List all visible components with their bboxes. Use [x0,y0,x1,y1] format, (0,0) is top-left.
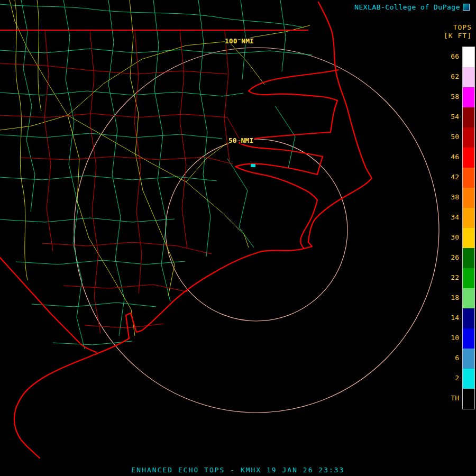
legend-swatch [463,67,474,87]
sound-shore-1 [331,100,337,132]
legend-label: 46 [446,147,459,167]
legend-label: 66 [446,47,459,67]
range-rings [74,48,439,413]
pamlico-river [239,132,331,157]
echo-tops-legend: TOPS [K FT] 6662585450464238343026221814… [444,23,475,409]
legend-swatch [463,349,474,369]
legend-label: 14 [446,308,459,328]
legend-label: 58 [446,87,459,107]
legend-label: 10 [446,328,459,348]
product-caption: ENHANCED ECHO TOPS - KMHX 19 JAN 26 23:3… [0,466,476,474]
legend-label: 26 [446,248,459,268]
legend-swatch [463,47,474,67]
legend-swatch [463,288,474,308]
legend-swatch [463,208,474,228]
legend-swatch [463,87,474,107]
coastline [0,2,372,458]
radar-viewer: NEXLAB-College of DuPage [0,0,476,476]
legend-label: 62 [446,67,459,87]
brand: NEXLAB-College of DuPage [354,3,470,11]
legend-colorbar [462,47,475,409]
legend-body: 66625854504642383430262218141062TH [444,47,475,409]
legend-title-units: [K FT] [444,32,475,40]
legend-swatch [463,148,474,168]
legend-swatch [463,308,474,328]
legend-label: 50 [446,127,459,147]
legend-swatch [463,369,474,389]
legend-label: 30 [446,227,459,248]
legend-label: 6 [446,348,459,368]
legend-label: 54 [446,107,459,127]
neuse-river [235,164,317,200]
brand-text: NEXLAB-College of DuPage [354,3,460,11]
legend-label: 18 [446,288,459,308]
range-ring-50nmi [166,139,347,321]
legend-label: 38 [446,187,459,207]
radar-map: 100 NMI 50 NMI [0,0,476,459]
cod-logo-icon [463,4,470,11]
boundary-lines [0,30,239,333]
echo-return [251,164,255,167]
outer-banks-coast [14,2,372,458]
legend-title-tops: TOPS [444,23,475,32]
legend-swatch [463,248,474,268]
legend-label: TH [446,388,459,408]
legend-swatch [463,107,474,127]
legend-swatch [463,228,474,248]
legend-label: 42 [446,167,459,187]
legend-label: 22 [446,268,459,288]
legend-label: 2 [446,368,459,388]
legend-labels: 66625854504642383430262218141062TH [446,47,459,409]
legend-swatch [463,127,474,148]
legend-swatch [463,268,474,288]
legend-swatch [463,328,474,349]
albemarle-sound [249,70,338,100]
range-ring-100nmi [74,48,439,413]
range-ring-label-50: 50 NMI [228,136,253,144]
product-caption-text: ENHANCED ECHO TOPS - KMHX 19 JAN 26 23:3… [132,466,345,474]
sound-shore-2 [317,157,323,175]
legend-swatch [463,188,474,208]
legend-swatch [463,168,474,188]
legend-swatch [463,389,474,409]
legend-label: 34 [446,207,459,227]
range-ring-label-100: 100 NMI [225,37,254,45]
